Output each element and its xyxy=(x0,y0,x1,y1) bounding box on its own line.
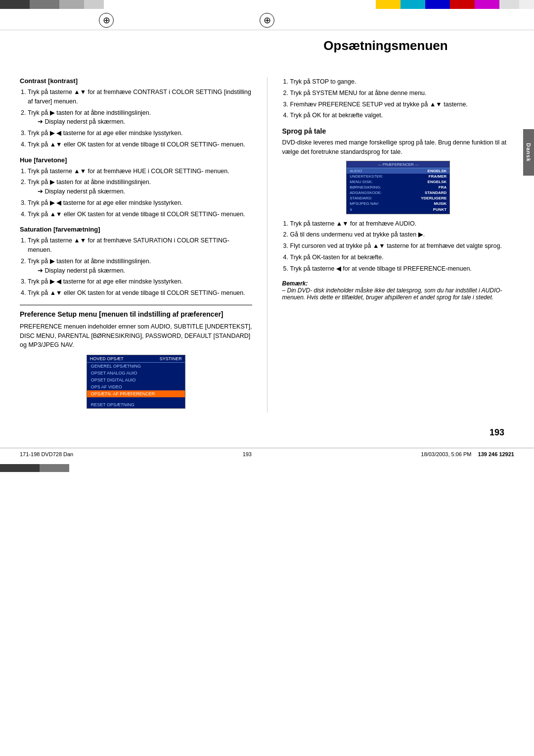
saturation-heading: Saturation [farvemætning] xyxy=(20,226,252,233)
saturation-step-1: Tryk på tasterne ▲▼ for at fremhæve SATU… xyxy=(28,236,252,255)
top-bar-right xyxy=(267,0,534,9)
right-top-steps: Tryk på STOP to gange. Tryk på SYSTEM ME… xyxy=(290,77,515,120)
color-block-ltgray xyxy=(499,0,519,9)
pref-menu-row-1: UNDERTEKSTER: FRA/MER xyxy=(347,174,449,179)
preference-body: PREFERENCE menuen indeholder emner som A… xyxy=(20,322,252,350)
right-bottom-step-1: Tryk på tasterne ▲▼ for at fremhæve AUDI… xyxy=(290,219,515,229)
color-block-cyan xyxy=(400,0,425,9)
menu-item-5 xyxy=(87,397,185,401)
pref-menu-row-3: BØRNESIKRING: FRA xyxy=(347,185,449,190)
hue-step-4: Tryk på ▲▼ eller OK tasten for at vende … xyxy=(28,210,252,219)
color-block-white1 xyxy=(519,0,534,9)
menu-screenshot-header: HOVED OPSÆT SYSTINER xyxy=(87,355,185,363)
bottom-spacer xyxy=(69,464,534,472)
right-step-3: Fremhæv PREFERENCE SETUP ved at trykke p… xyxy=(290,100,515,109)
pref-menu-row-2: MENU DISK: ENGELSK xyxy=(347,179,449,185)
pref-menu-screenshot: --- PRÆFERENCER --- AUDIO ENGELSK UNDERT… xyxy=(346,161,450,214)
crosshair-left: ⊕ xyxy=(99,13,114,28)
bottom-block-1 xyxy=(0,464,40,472)
pref-menu-row-5: STANDARD: YDERLIGERE xyxy=(347,195,449,201)
sprog-section: Sprog på tale DVD-diske leveres med mang… xyxy=(282,127,515,214)
note-text: – Din DVD- disk indeholder måske ikke de… xyxy=(282,287,502,301)
footer-right: 18/03/2003, 5:06 PM 139 246 12921 xyxy=(421,451,514,457)
color-block-red xyxy=(450,0,475,9)
preference-setup-section: Preference Setup menu [menuen til indsti… xyxy=(20,305,252,409)
right-step-2: Tryk på SYSTEM MENU for at åbne denne me… xyxy=(290,89,515,98)
color-block-4 xyxy=(84,0,104,9)
color-block-2 xyxy=(30,0,59,9)
right-step-4: Tryk på OK for at bekræfte valget. xyxy=(290,111,515,120)
right-step-1: Tryk på STOP to gange. xyxy=(290,77,515,87)
hue-heading: Hue [farvetone] xyxy=(20,156,252,164)
hue-step-1: Tryk på tasterne ▲▼ for at fremhæve HUE … xyxy=(28,167,252,176)
left-column: Contrast [kontrast] Tryk på tasterne ▲▼ … xyxy=(20,77,252,413)
bottom-block-2 xyxy=(40,464,69,472)
pref-menu-row-0: AUDIO ENGELSK xyxy=(347,168,449,174)
hue-steps: Tryk på tasterne ▲▼ for at fremhæve HUE … xyxy=(28,167,252,219)
bottom-color-bar xyxy=(0,464,534,472)
right-bottom-step-3: Flyt cursoren ved at trykke på ▲▼ taster… xyxy=(290,241,515,251)
page-number-display: 193 xyxy=(0,427,534,438)
color-block-blue xyxy=(425,0,450,9)
right-bottom-steps: Tryk på tasterne ▲▼ for at fremhæve AUDI… xyxy=(290,219,515,274)
top-color-bar xyxy=(0,0,534,9)
page-title-area: Opsætningsmenuen xyxy=(0,30,534,67)
menu-item-2: OPSET DIGITAL AUIO xyxy=(87,377,185,383)
page-title: Opsætningsmenuen xyxy=(267,38,504,53)
color-block-1 xyxy=(0,0,30,9)
menu-item-6: RESET OPSÆTNING xyxy=(87,401,185,408)
crosshair-center: ⊕ xyxy=(260,13,274,28)
hue-step-2: Tryk på ▶ tasten for at åbne indstilling… xyxy=(28,178,252,196)
hue-arrow: Display nederst på skærmen. xyxy=(38,187,252,196)
right-column: Tryk på STOP to gange. Tryk på SYSTEM ME… xyxy=(267,77,515,413)
header-area: ⊕ ⊕ xyxy=(0,9,534,30)
header-spacer xyxy=(512,13,514,28)
right-bottom-step-4: Tryk på OK-tasten for at bekræfte. xyxy=(290,253,515,262)
saturation-step-2: Tryk på ▶ tasten for at åbne indstilling… xyxy=(28,257,252,276)
sprog-heading: Sprog på tale xyxy=(282,127,515,135)
saturation-steps: Tryk på tasterne ▲▼ for at fremhæve SATU… xyxy=(28,236,252,298)
contrast-step-2: Tryk på ▶ tasten for at åbne indstilling… xyxy=(28,108,252,127)
contrast-arrow: Display nederst på skærmen. xyxy=(38,117,252,127)
contrast-steps: Tryk på tasterne ▲▼ for at fremhæve CONT… xyxy=(28,88,252,149)
note-section: Bemærk: – Din DVD- disk indeholder måske… xyxy=(282,280,515,301)
pref-menu-row-4: ADGANGSKODE: STANDARD xyxy=(347,190,449,195)
main-content-area: Contrast [kontrast] Tryk på tasterne ▲▼ … xyxy=(0,67,534,423)
top-bar-left xyxy=(0,0,267,9)
saturation-arrow: Display nederst på skærmen. xyxy=(38,266,252,276)
pref-menu-row-7: ∨ PUNKT xyxy=(347,206,449,214)
sprog-body: DVD-diske leveres med mange forskellige … xyxy=(282,138,515,157)
footer-center: 193 xyxy=(243,451,252,457)
color-block-3 xyxy=(59,0,84,9)
menu-item-1: OPSET ANALOG AUIO xyxy=(87,370,185,377)
pref-menu-header: --- PRÆFERENCER --- xyxy=(347,161,449,168)
hue-step-3: Tryk på ▶ ◀ tasterne for at øge eller mi… xyxy=(28,198,252,208)
note-label: Bemærk: xyxy=(282,280,308,287)
color-block-magenta xyxy=(475,0,499,9)
pref-menu-row-6: MP3/JPEG NAV: MUSIK xyxy=(347,201,449,206)
footer: 171-198 DVD728 Dan 193 18/03/2003, 5:06 … xyxy=(0,448,534,460)
hue-section: Hue [farvetone] Tryk på tasterne ▲▼ for … xyxy=(20,156,252,219)
contrast-section: Contrast [kontrast] Tryk på tasterne ▲▼ … xyxy=(20,77,252,149)
menu-item-4: OPSÆTN. AF PRÆFERENCER xyxy=(87,390,185,397)
menu-item-3: OPS AF VIDEO xyxy=(87,383,185,390)
saturation-step-4: Tryk på ▲▼ eller OK tasten for at vende … xyxy=(28,288,252,298)
right-bottom-step-2: Gå til dens undermenu ved at trykke på t… xyxy=(290,230,515,239)
menu-screenshot: HOVED OPSÆT SYSTINER GENEREL OPSÆTNING O… xyxy=(87,355,185,409)
saturation-step-3: Tryk på ▶ ◀ tasterne for at øge eller mi… xyxy=(28,277,252,286)
footer-left: 171-198 DVD728 Dan xyxy=(20,451,73,457)
preference-heading: Preference Setup menu [menuen til indsti… xyxy=(20,310,252,318)
menu-item-0: GENEREL OPSÆTNING xyxy=(87,363,185,370)
right-bottom-step-5: Tryk på tasterne ◀ for at vende tilbage … xyxy=(290,264,515,274)
color-block-yellow xyxy=(376,0,400,9)
contrast-step-1: Tryk på tasterne ▲▼ for at fremhæve CONT… xyxy=(28,88,252,106)
contrast-step-4: Tryk på ▲▼ eller OK tasten for at vende … xyxy=(28,140,252,149)
dansk-tab: Dansk xyxy=(523,129,534,176)
contrast-step-3: Tryk på ▶ ◀ tasterne for at øge eller mi… xyxy=(28,129,252,138)
saturation-section: Saturation [farvemætning] Tryk på taster… xyxy=(20,226,252,298)
contrast-heading: Contrast [kontrast] xyxy=(20,77,252,85)
